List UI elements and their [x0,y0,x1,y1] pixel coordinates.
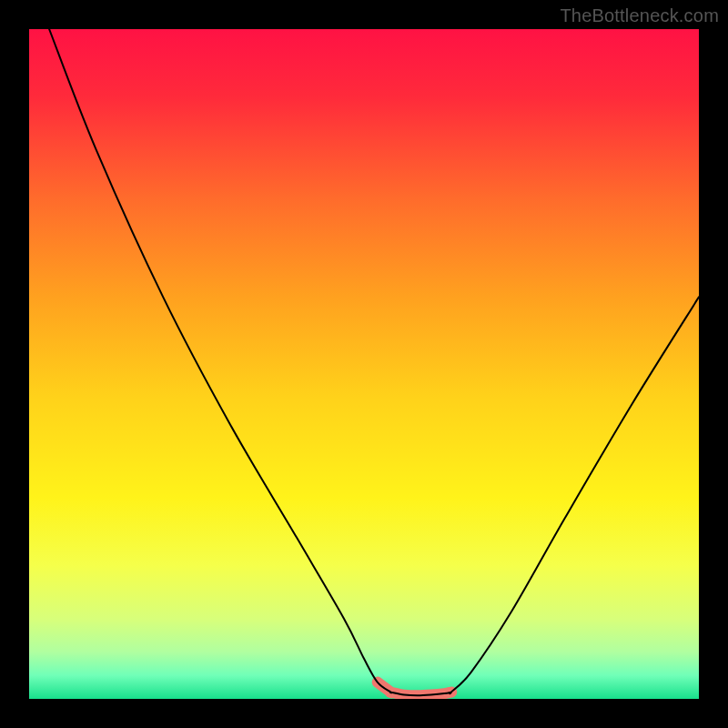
heat-gradient-background [29,29,699,699]
watermark-text: TheBottleneck.com [560,5,719,26]
chart-frame: TheBottleneck.com [0,0,728,728]
bottleneck-chart [29,29,699,699]
